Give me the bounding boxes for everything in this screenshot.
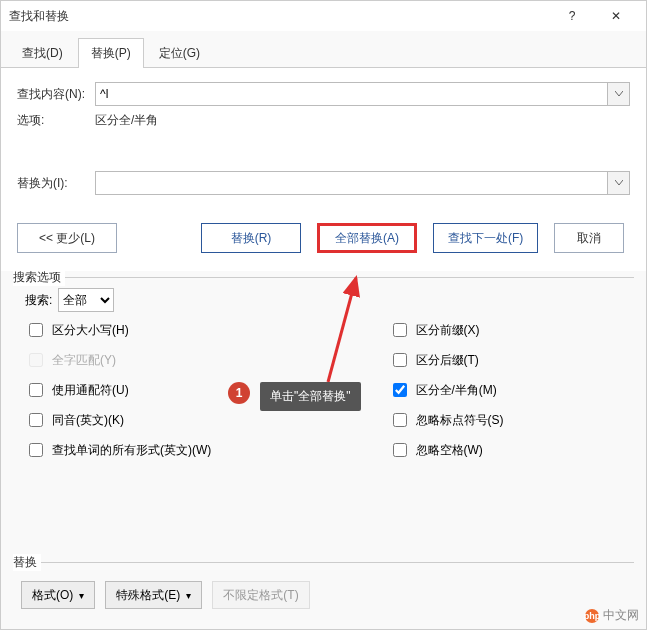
replace-format-legend: 替换	[13, 554, 41, 571]
special-menu-button[interactable]: 特殊格式(E) ▾	[105, 581, 202, 609]
options-value: 区分全/半角	[95, 112, 158, 129]
no-format-button: 不限定格式(T)	[212, 581, 309, 609]
search-options-group: 搜索选项 搜索: 全部 区分大小写(H) 全字匹配(Y) 使用通配符(U) 同音…	[13, 277, 634, 464]
tab-goto[interactable]: 定位(G)	[146, 38, 213, 68]
find-row: 查找内容(N):	[17, 82, 630, 106]
format-button-bar: 格式(O) ▾ 特殊格式(E) ▾ 不限定格式(T)	[17, 573, 630, 613]
match-suffix-checkbox[interactable]: 区分后缀(T)	[389, 350, 623, 370]
wildcards-checkbox[interactable]: 使用通配符(U)	[25, 380, 259, 400]
options-row: 选项: 区分全/半角	[17, 112, 630, 129]
chevron-down-icon	[615, 180, 623, 186]
whole-word-checkbox: 全字匹配(Y)	[25, 350, 259, 370]
find-next-button[interactable]: 查找下一处(F)	[433, 223, 538, 253]
find-label: 查找内容(N):	[17, 86, 95, 103]
replace-row: 替换为(I):	[17, 171, 630, 195]
match-width-checkbox[interactable]: 区分全/半角(M)	[389, 380, 623, 400]
watermark-logo: php	[585, 609, 599, 623]
close-button[interactable]: ✕	[594, 2, 638, 30]
ignore-space-checkbox[interactable]: 忽略空格(W)	[389, 440, 623, 460]
watermark: php 中文网	[585, 607, 639, 624]
annotation-tooltip: 单击"全部替换"	[260, 382, 361, 411]
replace-history-dropdown[interactable]	[608, 171, 630, 195]
chevron-down-icon: ▾	[79, 590, 84, 601]
find-history-dropdown[interactable]	[608, 82, 630, 106]
find-replace-dialog: 查找和替换 ? ✕ 查找(D) 替换(P) 定位(G) 查找内容(N): 选项:…	[0, 0, 647, 630]
checkbox-col-left: 区分大小写(H) 全字匹配(Y) 使用通配符(U) 同音(英文)(K) 查找单词…	[25, 320, 259, 460]
format-menu-button[interactable]: 格式(O) ▾	[21, 581, 95, 609]
search-options-legend: 搜索选项	[13, 269, 65, 286]
find-input[interactable]	[95, 82, 608, 106]
tab-strip: 查找(D) 替换(P) 定位(G)	[1, 31, 646, 68]
search-direction-select[interactable]: 全部	[58, 288, 114, 312]
annotation-badge: 1	[228, 382, 250, 404]
chevron-down-icon: ▾	[186, 590, 191, 601]
ignore-punct-checkbox[interactable]: 忽略标点符号(S)	[389, 410, 623, 430]
tab-find[interactable]: 查找(D)	[9, 38, 76, 68]
main-panel: 查找内容(N): 选项: 区分全/半角 替换为(I):	[1, 68, 646, 213]
match-prefix-checkbox[interactable]: 区分前缀(X)	[389, 320, 623, 340]
window-title: 查找和替换	[9, 8, 550, 25]
bottom-section: 替换 格式(O) ▾ 特殊格式(E) ▾ 不限定格式(T)	[1, 562, 646, 629]
tab-replace[interactable]: 替换(P)	[78, 38, 144, 68]
help-button[interactable]: ?	[550, 2, 594, 30]
button-bar: << 更少(L) 替换(R) 全部替换(A) 查找下一处(F) 取消	[1, 213, 646, 271]
replace-all-button[interactable]: 全部替换(A)	[317, 223, 417, 253]
search-direction-row: 搜索: 全部	[25, 288, 630, 312]
replace-label: 替换为(I):	[17, 175, 95, 192]
replace-format-group: 替换 格式(O) ▾ 特殊格式(E) ▾ 不限定格式(T)	[13, 562, 634, 617]
chevron-down-icon	[615, 91, 623, 97]
all-forms-checkbox[interactable]: 查找单词的所有形式(英文)(W)	[25, 440, 259, 460]
cancel-button[interactable]: 取消	[554, 223, 624, 253]
options-label: 选项:	[17, 112, 95, 129]
watermark-text: 中文网	[603, 607, 639, 624]
match-case-checkbox[interactable]: 区分大小写(H)	[25, 320, 259, 340]
titlebar: 查找和替换 ? ✕	[1, 1, 646, 31]
replace-input[interactable]	[95, 171, 608, 195]
replace-button[interactable]: 替换(R)	[201, 223, 301, 253]
sounds-like-checkbox[interactable]: 同音(英文)(K)	[25, 410, 259, 430]
search-direction-label: 搜索:	[25, 292, 52, 309]
less-button[interactable]: << 更少(L)	[17, 223, 117, 253]
